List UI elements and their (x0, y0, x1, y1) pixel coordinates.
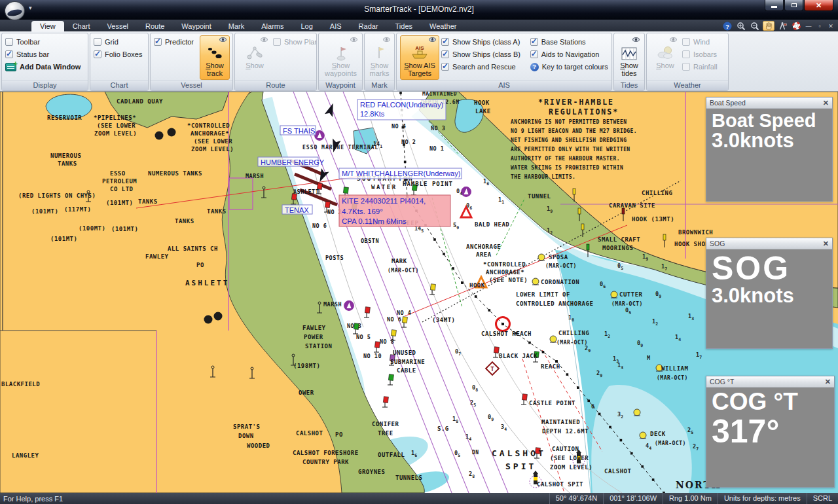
add-data-window-button[interactable]: Add Data Window (5, 62, 81, 71)
toolbar-checkbox[interactable]: Toolbar (5, 37, 81, 46)
show-ships-class-b-checkbox[interactable]: Show Ships (class B) (441, 50, 528, 59)
map-label: SUBMARINE (390, 359, 425, 365)
tab-mark[interactable]: Mark (220, 21, 253, 31)
map-label: ASHLETT (293, 189, 319, 195)
data-window-sog[interactable]: SOG✕ SOG3.0knots (706, 238, 833, 349)
chart-symbol-dot (168, 128, 176, 137)
tab-radar[interactable]: Radar (350, 21, 387, 31)
ais-target-label[interactable]: HUMBER ENERGY (258, 157, 325, 166)
wind-checkbox[interactable]: Wind (682, 37, 718, 46)
minimize-button[interactable] (765, 0, 784, 11)
close-button[interactable]: ✕ (804, 0, 833, 11)
map-label: CALSHOT FORESHORE (293, 450, 359, 456)
pane-minimize-icon[interactable]: — (804, 23, 813, 29)
svg-text:KITE 244030211 PI4014,: KITE 244030211 PI4014, (342, 197, 426, 205)
zoom-in-icon[interactable] (735, 21, 747, 31)
predictor-checkbox[interactable]: Predictor (154, 37, 198, 46)
map-label: (101MT) (111, 226, 138, 232)
isobars-checkbox[interactable]: Isobars (682, 50, 718, 59)
status-bar-checkbox[interactable]: Status bar (5, 50, 81, 59)
map-label: POWER (304, 334, 323, 340)
data-window-cog[interactable]: COG °T✕ COG °T317° (706, 376, 835, 488)
route-point (609, 426, 611, 429)
show-ais-targets-button[interactable]: AIS Show AIS Targets (400, 35, 439, 80)
tab-tides[interactable]: Tides (387, 21, 422, 31)
tab-alarms[interactable]: Alarms (253, 21, 292, 31)
ribbon-group-vessel: Predictor Show track Vessel (150, 33, 233, 91)
help-icon[interactable]: ? (721, 21, 733, 31)
show-route-button[interactable]: Show (238, 35, 271, 80)
tab-chart[interactable]: Chart (64, 21, 99, 31)
route-point (542, 351, 545, 353)
tab-route[interactable]: Route (137, 21, 173, 31)
tab-view[interactable]: View (31, 21, 64, 31)
map-label: HAMBLE POINT (403, 181, 453, 187)
tab-ais[interactable]: AIS (321, 21, 350, 31)
show-track-button[interactable]: Show track (200, 35, 230, 80)
map-label: AREA (476, 251, 492, 258)
tab-weather[interactable]: Weather (421, 21, 465, 31)
show-ships-class-a-checkbox[interactable]: Show Ships (class A) (441, 37, 528, 46)
map-label: OBSTN (361, 238, 379, 244)
map-label: MARSH (246, 173, 264, 179)
ribbon: Toolbar Status bar Add Data Window Displ… (0, 31, 838, 92)
grid-checkbox[interactable]: Grid (94, 37, 142, 46)
close-icon[interactable]: ✕ (823, 99, 829, 107)
key-to-target-colours-button[interactable]: ?Key to target colours (530, 62, 609, 71)
data-window-boat-speed[interactable]: Boat Speed✕ Boat Speed3.0knots (706, 97, 833, 202)
group-label-weather: Weather (647, 80, 728, 90)
life-ring-icon[interactable] (790, 21, 802, 31)
zoom-out-icon[interactable] (749, 21, 761, 31)
data-window-titlebar[interactable]: SOG✕ (706, 238, 832, 249)
map-label: ESSO (110, 170, 126, 177)
map-label: NO 4 (397, 310, 411, 316)
chart-symbol-dot (204, 315, 213, 324)
app-logo-icon[interactable] (5, 1, 25, 20)
ais-target-label[interactable]: FS THAIS (280, 126, 316, 135)
map-label: (34MT) (432, 317, 456, 323)
close-icon[interactable]: ✕ (825, 378, 831, 386)
svg-text:RED FALCON(Underway): RED FALCON(Underway) (360, 101, 443, 109)
pan-hand-icon[interactable] (763, 21, 774, 31)
close-icon[interactable]: ✕ (823, 240, 829, 248)
route-point (577, 386, 579, 389)
show-weather-button[interactable]: Show (650, 35, 680, 80)
tab-vessel[interactable]: Vessel (99, 21, 137, 31)
tab-log[interactable]: Log (292, 21, 321, 31)
rainfall-checkbox[interactable]: Rainfall (682, 62, 718, 71)
map-label: (SEE LOWER (97, 122, 136, 129)
folio-boxes-checkbox[interactable]: Folio Boxes (94, 50, 142, 59)
cpa-alert-box[interactable]: KITE 244030211 PI4014,4.7Kts. 169°CPA 0.… (339, 195, 450, 226)
data-window-titlebar[interactable]: Boat Speed✕ (706, 98, 832, 109)
search-and-rescue-checkbox[interactable]: Search and Rescue (441, 62, 528, 71)
map-label: TANKS (207, 208, 227, 215)
ais-target-label[interactable]: TENAX (282, 205, 312, 214)
base-stations-checkbox[interactable]: Base Stations (530, 37, 609, 46)
pane-restore-icon[interactable]: ▫ (815, 23, 824, 29)
data-window-titlebar[interactable]: COG °T✕ (706, 376, 834, 387)
chart-symbol-o (640, 432, 646, 439)
measure-icon[interactable] (776, 21, 788, 31)
show-plan-checkbox[interactable]: Show Plan (273, 37, 317, 46)
map-label: ALL SAINTS CH (168, 245, 218, 252)
map-label: TANKS (58, 160, 77, 167)
tab-waypoint[interactable]: Waypoint (173, 21, 219, 31)
map-label: *RIVER-HAMBLE (538, 98, 614, 107)
pane-close-icon[interactable]: ✕ (826, 23, 835, 29)
map-label: (101MT) (50, 236, 77, 242)
aids-to-navigation-checkbox[interactable]: Aids to Navigation (530, 50, 609, 59)
map-label: PO (196, 262, 204, 268)
show-marks-button[interactable]: Show marks (366, 35, 393, 80)
ais-target-label[interactable]: RED FALCON(Underway)12.8Kts (357, 99, 446, 120)
map-label: TUNNELS (395, 475, 422, 481)
status-item: Units for depths: metres (718, 493, 807, 504)
show-waypoints-button[interactable]: Show waypoints (321, 35, 361, 80)
data-window-value: COG °T317° (706, 387, 834, 450)
map-label: NUMEROUS TANKS (148, 170, 202, 177)
restore-button[interactable] (784, 0, 803, 11)
map-label: NO 8 (380, 338, 394, 345)
data-window-value: SOG3.0knots (706, 249, 832, 308)
ais-target-label[interactable]: M/T WHITCHALLENGER(Underway) (339, 168, 462, 179)
map-label: WOODED (247, 442, 270, 449)
show-tides-button[interactable]: Show tides (615, 35, 643, 80)
